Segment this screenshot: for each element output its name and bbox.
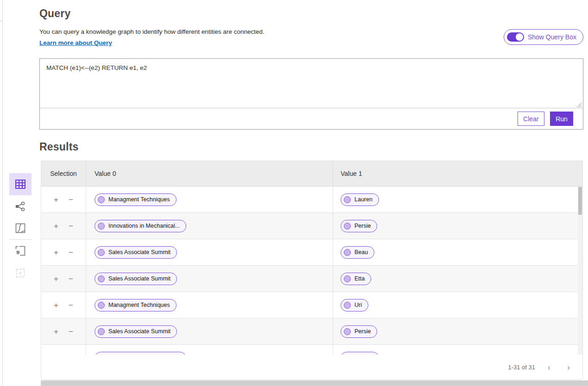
sidebar-item-placeholder-view	[9, 267, 32, 280]
table-row: + − Innovations in Mechanical... Lauren	[41, 345, 582, 355]
entity-chip-label: Innovations in Mechanical...	[108, 223, 180, 229]
placeholder-icon	[16, 268, 25, 278]
table-header-row: Selection Value 0 Value 1	[41, 161, 582, 187]
results-table: Selection Value 0 Value 1 + − Managment …	[41, 161, 583, 380]
row-value1-cell: Uri	[333, 292, 582, 318]
panel-divider	[2, 0, 3, 386]
entity-chip-label: Sales Associate Summit	[108, 275, 171, 282]
entity-chip[interactable]: Lauren	[341, 193, 379, 206]
remove-from-selection-button[interactable]: −	[68, 354, 74, 355]
entity-chip-label: Managment Techniques	[108, 302, 170, 308]
entity-dot-icon	[344, 302, 351, 309]
entity-chip-label: Etta	[354, 275, 365, 282]
table-row: + − Sales Associate Summit Etta	[41, 266, 582, 292]
entity-chip[interactable]: Sales Associate Summit	[95, 273, 177, 285]
table-icon	[15, 180, 25, 189]
row-value0-cell: Sales Associate Summit	[86, 318, 333, 344]
entity-dot-icon	[344, 196, 351, 203]
entity-chip-label: Uri	[354, 302, 362, 308]
entity-chip[interactable]: Sales Associate Summit	[95, 325, 177, 338]
row-selection-cell: + −	[41, 187, 86, 212]
remove-from-selection-button[interactable]: −	[68, 275, 74, 283]
table-row: + − Managment Techniques Lauren	[41, 187, 582, 213]
previous-page-icon[interactable]: ‹	[544, 362, 555, 372]
row-selection-cell: + −	[41, 266, 86, 292]
entity-chip[interactable]: Sales Associate Summit	[95, 246, 177, 259]
row-value0-cell: Sales Associate Summit	[86, 266, 333, 292]
entity-dot-icon	[98, 355, 105, 355]
row-value0-cell: Managment Techniques	[86, 292, 333, 318]
table-row: + − Sales Associate Summit Persie	[41, 318, 582, 345]
remove-from-selection-button[interactable]: −	[68, 196, 74, 204]
page-description: You can query a knowledge graph to ident…	[39, 28, 265, 35]
entity-chip-label: Sales Associate Summit	[108, 249, 171, 255]
entity-dot-icon	[344, 249, 351, 256]
entity-chip[interactable]: Lauren	[341, 352, 379, 355]
new-map-icon	[15, 246, 25, 256]
scrollbar-thumb[interactable]	[578, 187, 582, 215]
entity-chip[interactable]: Innovations in Mechanical...	[95, 220, 186, 232]
entity-chip[interactable]: Innovations in Mechanical...	[95, 352, 186, 355]
row-value0-cell: Innovations in Mechanical...	[86, 213, 333, 239]
next-page-icon[interactable]: ›	[563, 362, 574, 372]
toggle-switch-icon[interactable]	[507, 32, 524, 42]
add-to-selection-button[interactable]: +	[53, 301, 59, 309]
show-query-box-toggle[interactable]: Show Query Box	[504, 29, 583, 45]
clear-button[interactable]: Clear	[518, 112, 544, 126]
column-header-value1: Value 1	[333, 161, 582, 186]
panel-divider-tick	[0, 21, 3, 21]
entity-chip[interactable]: Persie	[341, 325, 377, 338]
entity-chip[interactable]: Etta	[341, 273, 371, 285]
add-to-selection-button[interactable]: +	[53, 222, 59, 230]
sidebar-item-new-map-view[interactable]	[9, 244, 32, 257]
row-selection-cell: + −	[41, 213, 86, 239]
add-to-selection-button[interactable]: +	[53, 328, 59, 336]
entity-chip-label: Sales Associate Summit	[108, 328, 171, 335]
table-scrollbar[interactable]	[578, 187, 582, 355]
entity-dot-icon	[98, 275, 105, 282]
query-actions-bar: Clear Run	[40, 108, 583, 129]
add-to-selection-button[interactable]: +	[53, 354, 59, 355]
resize-handle-icon[interactable]	[576, 102, 582, 107]
row-selection-cell: + −	[41, 292, 86, 318]
row-value0-cell: Sales Associate Summit	[86, 239, 333, 265]
entity-dot-icon	[344, 355, 351, 355]
row-value1-cell: Beau	[333, 239, 582, 265]
entity-chip[interactable]: Managment Techniques	[95, 299, 177, 311]
entity-chip[interactable]: Uri	[341, 299, 368, 311]
sidebar-item-map-view[interactable]	[9, 222, 32, 235]
entity-chip[interactable]: Persie	[341, 220, 377, 232]
row-value1-cell: Lauren	[333, 345, 582, 355]
table-row: + − Managment Techniques Uri	[41, 292, 582, 318]
add-to-selection-button[interactable]: +	[53, 249, 59, 256]
toggle-label: Show Query Box	[528, 33, 576, 41]
sidebar-item-link-chart-view[interactable]	[9, 200, 32, 213]
row-selection-cell: + −	[41, 239, 86, 265]
remove-from-selection-button[interactable]: −	[68, 222, 74, 230]
entity-chip[interactable]: Managment Techniques	[95, 193, 177, 206]
row-value0-cell: Managment Techniques	[86, 187, 333, 212]
entity-chip[interactable]: Beau	[341, 246, 374, 259]
results-title: Results	[39, 141, 78, 153]
entity-dot-icon	[98, 249, 105, 256]
column-header-selection: Selection	[41, 161, 86, 186]
add-to-selection-button[interactable]: +	[53, 275, 59, 283]
remove-from-selection-button[interactable]: −	[68, 301, 74, 309]
entity-dot-icon	[98, 223, 105, 230]
run-button[interactable]: Run	[550, 112, 573, 126]
add-to-selection-button[interactable]: +	[53, 196, 59, 204]
row-selection-cell: + −	[41, 318, 86, 344]
query-input[interactable]: MATCH (e1)<--(e2) RETURN e1, e2	[40, 59, 583, 108]
remove-from-selection-button[interactable]: −	[68, 249, 74, 256]
entity-chip-label: Managment Techniques	[108, 196, 170, 203]
entity-chip-label: Lauren	[354, 196, 373, 203]
link-chart-icon	[15, 201, 25, 212]
query-panel: MATCH (e1)<--(e2) RETURN e1, e2 Clear Ru…	[39, 58, 583, 130]
remove-from-selection-button[interactable]: −	[68, 328, 74, 336]
sidebar-item-table-view[interactable]	[9, 173, 32, 195]
row-value1-cell: Persie	[333, 213, 582, 239]
row-value1-cell: Lauren	[333, 187, 582, 212]
learn-more-link[interactable]: Learn more about Query	[39, 39, 112, 46]
entity-dot-icon	[98, 302, 105, 309]
entity-dot-icon	[98, 328, 105, 335]
